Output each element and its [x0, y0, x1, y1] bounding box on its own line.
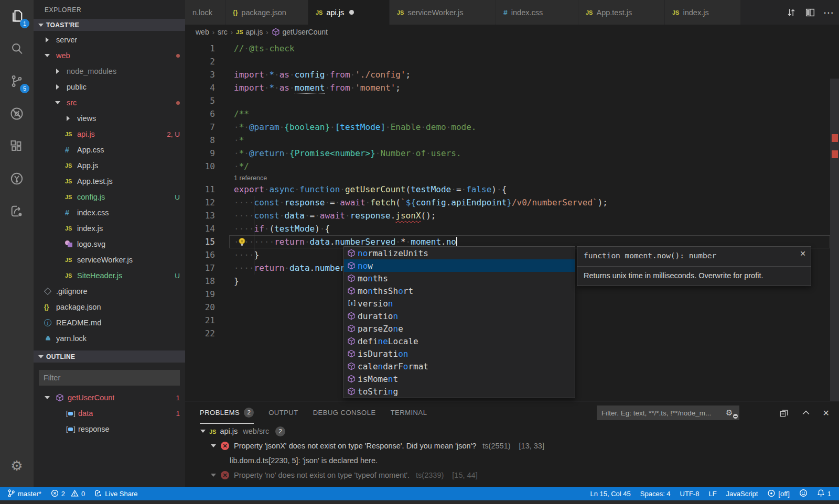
live-share-icon	[9, 204, 24, 218]
more-actions-icon[interactable]: ⋯	[823, 6, 834, 19]
tab-api-js[interactable]: JSapi.js	[308, 0, 390, 25]
tree-item-app-test-js[interactable]: JSApp.test.js	[34, 173, 185, 189]
status-indentation[interactable]: Spaces: 4	[636, 487, 675, 500]
project-section-header[interactable]: TOAST'RE	[34, 19, 185, 31]
suggest-item-label: normalizeUnits	[358, 248, 428, 258]
tree-item-public[interactable]: public	[34, 79, 185, 95]
suggest-item-tostring[interactable]: toString	[344, 385, 575, 398]
outline-item-data[interactable]: []data1	[34, 406, 185, 421]
problem-row[interactable]: ✕Property 'no' does not exist on type 't…	[185, 468, 839, 483]
activity-live-share-icon[interactable]	[0, 195, 34, 227]
suggest-item-normalizeunits[interactable]: normalizeUnits	[344, 247, 575, 259]
tab-app-test-js[interactable]: JSApp.test.js	[578, 0, 665, 25]
status-diagnostics[interactable]: 20	[46, 487, 90, 500]
tree-item--gitignore[interactable]: .gitignore	[34, 283, 185, 299]
problem-row[interactable]: JSapi.jsweb/src2	[185, 424, 839, 439]
tree-item-api-js[interactable]: JSapi.js2, U	[34, 126, 185, 142]
activity-search-icon[interactable]	[0, 32, 34, 65]
suggest-item-definelocale[interactable]: defineLocale	[344, 335, 575, 347]
panel-tab-debug-console[interactable]: DEBUG CONSOLE	[313, 401, 376, 424]
tree-item-config-js[interactable]: JSconfig.jsU	[34, 189, 185, 205]
breadcrumb-item-src[interactable]: src	[218, 28, 228, 36]
filter-gear-icon[interactable]: ⚙	[726, 408, 737, 418]
problem-row[interactable]: ✕Property 'jsonX' does not exist on type…	[185, 439, 839, 453]
tree-item-node-modules[interactable]: node_modules	[34, 63, 185, 79]
activity-explorer-icon[interactable]: 1	[0, 0, 34, 32]
status-language-mode[interactable]: JavaScript	[722, 487, 763, 500]
suggest-item-calendarformat[interactable]: calendarFormat	[344, 360, 575, 372]
status-feedback[interactable]	[794, 487, 812, 500]
suggest-item-now[interactable]: now	[344, 259, 575, 272]
suggest-item-months[interactable]: months	[344, 272, 575, 284]
symbol-field-icon: []	[66, 426, 76, 432]
tree-item-index-js[interactable]: JSindex.js	[34, 221, 185, 236]
tab-serviceworker-js[interactable]: JSserviceWorker.js	[390, 0, 496, 25]
lightbulb-icon[interactable]	[237, 237, 247, 247]
panel-tab-problems[interactable]: PROBLEMS2	[200, 401, 254, 424]
activity-circle-fork-icon[interactable]	[0, 162, 34, 195]
tree-item-yarn-lock[interactable]: yarn.lock	[34, 331, 185, 346]
open-changes-icon[interactable]	[786, 7, 797, 18]
tree-item-logo-svg[interactable]: logo.svg	[34, 236, 185, 252]
panel-tab-output[interactable]: OUTPUT	[268, 401, 298, 424]
status-cursor-position[interactable]: Ln 15, Col 45	[585, 487, 635, 500]
tree-item-app-css[interactable]: #App.css	[34, 142, 185, 158]
collapse-all-icon[interactable]	[779, 408, 789, 418]
tab-n-lock[interactable]: n.lock	[185, 0, 225, 25]
suggest-item-version[interactable]: []version	[344, 297, 575, 310]
suggest-item-isduration[interactable]: isDuration	[344, 347, 575, 360]
panel-tab-terminal[interactable]: TERMINAL	[391, 401, 427, 424]
suggest-item-duration[interactable]: duration	[344, 310, 575, 322]
outline-tree: getUserCount1[]data1[]response	[34, 390, 185, 437]
problems-count-badge: 2	[244, 408, 254, 418]
status-encoding[interactable]: UTF-8	[675, 487, 704, 500]
status-git-branch[interactable]: master*	[3, 487, 46, 500]
outline-filter-input[interactable]	[39, 370, 180, 386]
editor-scrollbar[interactable]	[830, 79, 839, 435]
activity-extensions-icon[interactable]	[0, 130, 34, 162]
tree-item-src[interactable]: src	[34, 95, 185, 111]
activity-debug-icon[interactable]	[0, 97, 34, 130]
js-file-icon: JS	[65, 178, 72, 184]
tab-index-js[interactable]: JSindex.js	[665, 0, 741, 25]
tree-item-serviceworker-js[interactable]: JSserviceWorker.js	[34, 252, 185, 268]
suggest-item-parsezone[interactable]: parseZone	[344, 322, 575, 335]
problem-row[interactable]: lib.dom.d.ts[2230, 5]: 'json' is declare…	[185, 453, 839, 468]
tree-item-server[interactable]: server	[34, 32, 185, 48]
tab-index-css[interactable]: #index.css	[496, 0, 578, 25]
problems-filter-input[interactable]	[597, 409, 726, 417]
suggest-item-ismoment[interactable]: isMoment	[344, 372, 575, 385]
json-file-icon: {}	[44, 303, 49, 311]
maximize-panel-icon[interactable]	[801, 408, 811, 418]
file-type-icon: {}	[44, 303, 56, 311]
tree-item-views[interactable]: views	[34, 111, 185, 126]
tree-item-index-css[interactable]: #index.css	[34, 205, 185, 221]
breadcrumb-item-api-js[interactable]: JSapi.js	[236, 28, 263, 36]
breadcrumb-item-getusercount[interactable]: getUserCount	[272, 28, 328, 36]
line-number: 4	[185, 83, 234, 93]
status-eol[interactable]: LF	[704, 487, 721, 500]
close-panel-icon[interactable]: ✕	[823, 408, 830, 418]
status-live-share[interactable]: Live Share	[90, 487, 142, 500]
tree-item-siteheader-js[interactable]: JSSiteHeader.jsU	[34, 268, 185, 283]
outline-item-getusercount[interactable]: getUserCount1	[34, 390, 185, 406]
tree-item-readme-md[interactable]: iREADME.md	[34, 315, 185, 331]
tree-item-web[interactable]: web	[34, 48, 185, 63]
tree-item-package-json[interactable]: {}package.json	[34, 299, 185, 315]
breadcrumb-item-web[interactable]: web	[196, 28, 209, 36]
split-editor-icon[interactable]	[804, 7, 816, 18]
outline-item-response[interactable]: []response	[34, 421, 185, 437]
close-icon[interactable]: ✕	[800, 249, 806, 258]
warning-count: 0	[81, 490, 85, 498]
code-lens-references[interactable]: 1 reference	[234, 174, 267, 182]
outline-section-header[interactable]: OUTLINE	[34, 350, 185, 363]
branch-name: master*	[18, 490, 41, 498]
suggest-item-monthsshort[interactable]: monthsShort	[344, 284, 575, 297]
file-type-icon: JS	[65, 162, 77, 169]
tree-item-app-js[interactable]: JSApp.js	[34, 158, 185, 173]
status-notifications[interactable]: 1	[812, 487, 836, 500]
tab-package-json[interactable]: {}package.json	[225, 0, 308, 25]
status-screencast[interactable]: [off]	[762, 487, 794, 500]
activity-source-control-icon[interactable]: 5	[0, 65, 34, 97]
activity-settings-gear-icon[interactable]: ⚙	[0, 450, 34, 482]
